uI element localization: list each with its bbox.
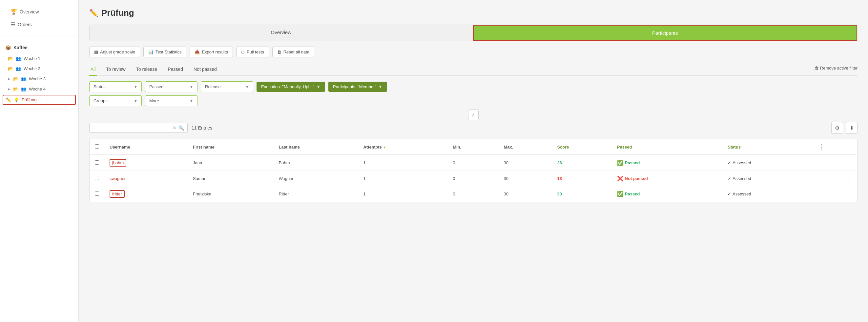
filter-tabs-left: All To review To release Passed Not pass… xyxy=(89,64,218,75)
settings-button[interactable]: ⚙ xyxy=(831,122,843,134)
chevron-down-icon-7: ▼ xyxy=(190,99,193,103)
score-cell: 26 xyxy=(552,155,612,171)
row-menu-icon[interactable]: ⋮ xyxy=(846,175,852,182)
collapse-arrow-4: ▶ xyxy=(8,87,10,91)
chevron-down-icon-2: ▼ xyxy=(190,85,193,89)
select-all-checkbox[interactable] xyxy=(95,144,99,149)
sidebar-item-woche1[interactable]: 📂 👥 Woche 1 xyxy=(0,54,79,64)
sidebar-section-kaffee: 📦 Kaffee 📂 👥 Woche 1 📂 👥 Woche 2 ▶ 📂 👥 W… xyxy=(0,42,79,105)
row-checkbox[interactable] xyxy=(95,192,99,196)
folder-icon-3: 📂 xyxy=(13,76,19,81)
min-cell: 0 xyxy=(447,186,498,202)
people-icon: 👥 xyxy=(16,56,21,61)
sort-arrow-icon: ▼ xyxy=(383,146,386,149)
grid-icon: ▦ xyxy=(94,50,98,55)
more-filter[interactable]: More... ▼ xyxy=(145,95,197,106)
sidebar-overview-label: Overview xyxy=(20,9,39,14)
username-cell[interactable]: jbohm xyxy=(104,155,188,171)
username-cell[interactable]: fritter xyxy=(104,186,188,202)
sidebar-item-woche2[interactable]: 📂 👥 Woche 2 xyxy=(0,64,79,74)
sidebar-orders-label: Orders xyxy=(18,22,32,27)
username-link[interactable]: fritter xyxy=(110,190,125,198)
collapse-arrow-3: ▶ xyxy=(8,77,10,80)
status-cell: ✓ Assessed xyxy=(722,186,813,202)
score-value: 30 xyxy=(557,192,562,196)
search-input[interactable] xyxy=(93,126,170,130)
header-score: Score xyxy=(552,139,612,155)
adjust-grade-button[interactable]: ▦ Adjust grade scale xyxy=(89,46,140,57)
folder-icon-4: 📂 xyxy=(13,87,19,92)
username-link[interactable]: jbohm xyxy=(110,159,126,167)
passed-badge: ✅ Passed xyxy=(617,191,717,197)
header-max: Max. xyxy=(498,139,552,155)
filter-tab-to-review[interactable]: To review xyxy=(105,64,127,76)
download-icon: ⬇ xyxy=(849,125,854,131)
lastname-cell: Bohm xyxy=(274,155,358,171)
collapse-filters-button[interactable]: ∧ xyxy=(468,109,478,120)
sidebar-item-orders[interactable]: ☰ Orders xyxy=(5,18,73,31)
tab-overview[interactable]: Overview xyxy=(90,25,473,41)
passed-cell: ❌ Not passed xyxy=(612,171,723,186)
page-header: ✏️ Prüfung xyxy=(89,8,858,18)
min-cell: 0 xyxy=(447,171,498,186)
folder-icon: 📂 xyxy=(8,56,13,61)
sidebar-item-prufung[interactable]: ✏️ 💡 Prüfung xyxy=(3,95,76,105)
passed-filter[interactable]: Passed ▼ xyxy=(145,81,197,92)
export-results-button[interactable]: 📤 Export results xyxy=(190,46,232,57)
reset-all-button[interactable]: 🗑 Reset all data xyxy=(272,46,315,57)
sidebar-item-overview[interactable]: 🏆 Overview xyxy=(5,5,73,18)
remove-filter-btn[interactable]: 🗑 Remove active filter xyxy=(814,66,858,74)
row-menu-cell[interactable]: ⋮ xyxy=(813,155,857,171)
woche2-label: Woche 2 xyxy=(24,66,40,71)
tab-participants[interactable]: Participants xyxy=(473,25,858,41)
username-cell[interactable]: swagner xyxy=(104,171,188,186)
release-filter[interactable]: Release ▼ xyxy=(201,81,253,92)
filter-tab-not-passed[interactable]: Not passed xyxy=(192,64,218,76)
search-icon[interactable]: 🔍 xyxy=(179,125,184,130)
row-checkbox-cell xyxy=(90,155,104,171)
execution-filter[interactable]: Execution: "Manually, Upl..." ▼ xyxy=(256,82,325,92)
people-icon-2: 👥 xyxy=(16,66,21,71)
column-menu-icon[interactable]: ⋮ xyxy=(818,143,825,150)
status-filter[interactable]: Status ▼ xyxy=(89,81,142,92)
row-menu-icon[interactable]: ⋮ xyxy=(846,191,852,197)
checkmark-icon: ✓ xyxy=(727,176,731,181)
row-menu-cell[interactable]: ⋮ xyxy=(813,186,857,202)
export-icon: 📤 xyxy=(194,50,200,55)
sidebar-item-woche4[interactable]: ▶ 📂 👥 Woche 4 xyxy=(0,84,79,94)
status-value: ✓ Assessed xyxy=(727,160,808,165)
max-cell: 30 xyxy=(498,186,552,202)
page-title: Prüfung xyxy=(101,8,134,18)
row-menu-icon[interactable]: ⋮ xyxy=(846,160,852,166)
row-checkbox[interactable] xyxy=(95,176,99,180)
people-icon-3: 👥 xyxy=(21,76,26,81)
search-left: ✕ 🔍 11 Entries xyxy=(89,123,212,133)
row-checkbox[interactable] xyxy=(95,160,99,165)
checkmark-icon: ✓ xyxy=(727,192,731,196)
header-passed: Passed xyxy=(612,139,723,155)
firstname-cell: Franziska xyxy=(188,186,274,202)
username-link[interactable]: swagner xyxy=(110,176,126,181)
groups-filter[interactable]: Groups ▼ xyxy=(89,95,142,106)
pull-tests-button[interactable]: ⊙ Pull tests xyxy=(236,46,269,57)
table-row: jbohm Jana Bohm 1 0 30 26 ✅ Passed ✓ Ass… xyxy=(90,155,857,171)
chevron-down-icon-5: ▼ xyxy=(378,84,382,89)
page-edit-icon: ✏️ xyxy=(89,9,98,18)
sidebar-item-woche3[interactable]: ▶ 📂 👥 Woche 3 xyxy=(0,74,79,84)
row-menu-cell[interactable]: ⋮ xyxy=(813,171,857,186)
filter-tab-all[interactable]: All xyxy=(89,64,97,76)
check-circle-icon: ✅ xyxy=(617,160,624,166)
test-statistics-button[interactable]: 📊 Test Statistics xyxy=(143,46,186,57)
header-firstname: First name xyxy=(188,139,274,155)
clear-icon[interactable]: ✕ xyxy=(173,125,177,130)
header-attempts[interactable]: Attempts ▼ xyxy=(358,139,447,155)
filter-tab-passed[interactable]: Passed xyxy=(166,64,184,76)
toolbar: ▦ Adjust grade scale 📊 Test Statistics 📤… xyxy=(89,46,858,57)
sidebar-top: 🏆 Overview ☰ Orders xyxy=(0,5,79,36)
filter-tab-to-release[interactable]: To release xyxy=(135,64,159,76)
download-button[interactable]: ⬇ xyxy=(846,122,858,134)
trash-icon-filter: 🗑 xyxy=(814,66,819,70)
lastname-cell: Ritter xyxy=(274,186,358,202)
list-icon: ☰ xyxy=(10,21,15,28)
participants-filter[interactable]: Participants: "Member" ▼ xyxy=(329,82,387,92)
